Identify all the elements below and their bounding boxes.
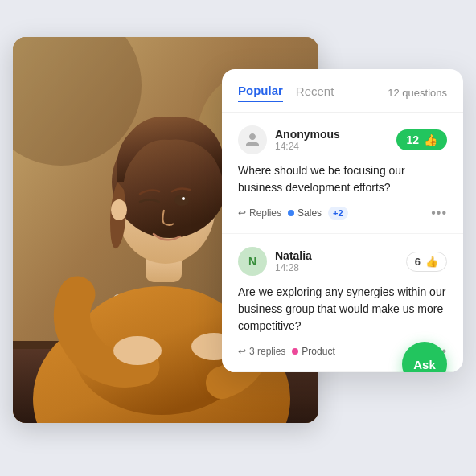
vote-badge-2[interactable]: 6 👍 [406,252,447,272]
question-item-1: Anonymous 14:24 12 👍 Where should we be … [222,113,463,234]
card-header: Popular Recent 12 questions [222,69,463,113]
replies-label-1: Replies [249,207,281,219]
thumb-up-icon-1: 👍 [424,133,437,146]
question-text-1: Where should we be focusing our business… [238,162,447,196]
tab-recent[interactable]: Recent [296,84,334,101]
svg-point-19 [111,199,127,220]
avatar-1 [238,125,267,154]
avatar-letter-2: N [248,255,256,268]
tag-label-product: Product [302,346,334,357]
tab-popular[interactable]: Popular [238,84,283,102]
question-meta-2: N Natalia 14:28 6 👍 [238,247,447,276]
user-name-1: Anonymous [275,128,340,141]
tag-sales: Sales [288,207,322,219]
question-meta-1: Anonymous 14:24 12 👍 [238,125,447,154]
tag-dot-product [292,348,298,355]
more-options-1[interactable]: ••• [431,206,447,220]
user-time-2: 14:28 [275,262,312,273]
question-footer-1: ↩ Replies Sales +2 ••• [238,206,447,220]
user-details-1: Anonymous 14:24 [275,128,340,152]
vote-badge-1[interactable]: 12 👍 [396,129,447,150]
vote-count-2: 6 [415,256,421,268]
tag-product: Product [292,346,334,357]
qa-card: Popular Recent 12 questions Anonymous 14… [222,69,463,372]
svg-point-18 [182,197,185,200]
vote-count-1: 12 [406,133,419,146]
questions-count: 12 questions [388,87,447,99]
replies-link-1[interactable]: ↩ Replies [238,207,281,219]
avatar-2: N [238,247,267,276]
replies-link-2[interactable]: ↩ 3 replies [238,346,285,357]
extra-tags-1: +2 [328,207,348,220]
reply-arrow-icon-2: ↩ [238,346,246,357]
replies-label-2: 3 replies [249,346,285,357]
user-info-1: Anonymous 14:24 [238,125,340,154]
user-details-2: Natalia 14:28 [275,249,312,273]
user-name-2: Natalia [275,249,312,262]
scene: Popular Recent 12 questions Anonymous 14… [13,21,463,455]
tag-dot-sales [288,210,294,216]
person-icon [244,132,261,148]
question-text-2: Are we exploring any synergies within ou… [238,284,447,334]
reply-arrow-icon-1: ↩ [238,207,246,219]
svg-point-12 [113,336,162,365]
thumb-up-icon-2: 👍 [425,256,438,268]
user-time-1: 14:24 [275,141,340,152]
svg-point-17 [174,195,189,206]
user-info-2: N Natalia 14:28 [238,247,312,276]
tag-label-sales: Sales [298,207,322,219]
